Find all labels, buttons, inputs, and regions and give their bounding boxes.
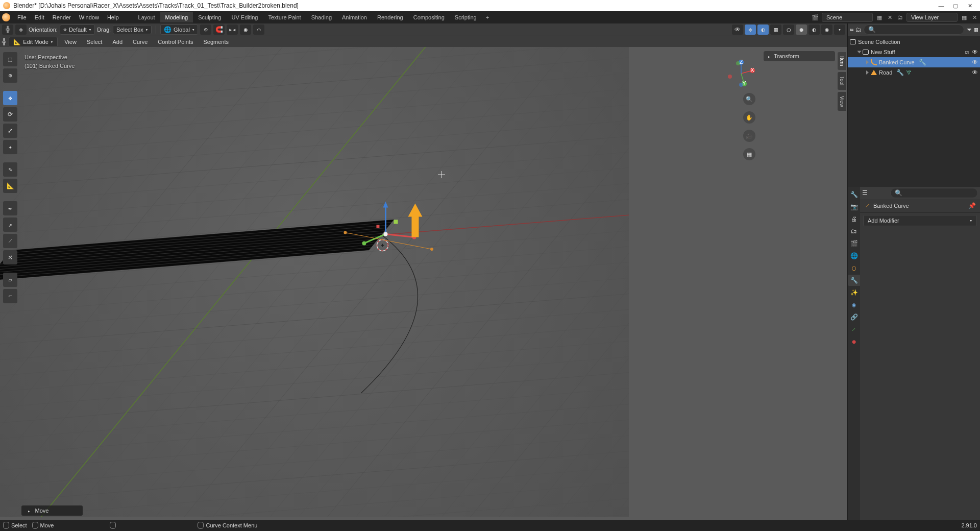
editor-type-dropdown[interactable]: ╬ (2, 25, 13, 35)
orientation-dropdown[interactable]: ⌖Default▾ (60, 25, 95, 35)
gizmo-orientation-icon[interactable]: ✥ (15, 25, 27, 35)
proportional-edit-toggle[interactable]: ◉ (240, 25, 251, 35)
last-operator-panel[interactable]: ▸ Move (21, 505, 83, 516)
move-tool[interactable]: ✥ (3, 91, 17, 105)
hide-toggle[interactable]: 👁 (972, 69, 978, 76)
scene-delete-button[interactable]: ✕ (886, 14, 893, 21)
n-tab-tool[interactable]: Tool (838, 72, 846, 89)
prop-tab-curve-data[interactable]: ⟋ (848, 324, 860, 335)
tab-shading[interactable]: Shading (306, 12, 337, 22)
axis-gizmo[interactable]: X Y Z (727, 59, 755, 88)
prop-tab-constraints[interactable]: 🔗 (848, 311, 860, 323)
tab-rendering[interactable]: Rendering (372, 12, 408, 22)
outliner-type-dropdown[interactable]: ≔ (850, 26, 853, 33)
exclude-checkbox[interactable]: ☑ (965, 49, 969, 56)
pivot-dropdown[interactable]: ⊙ (200, 25, 211, 35)
n-tab-item[interactable]: Item (838, 52, 846, 70)
prop-tab-world[interactable]: 🌐 (848, 250, 860, 261)
chevron-right-icon[interactable] (866, 70, 869, 75)
collection-row[interactable]: New Stuff ☑ 👁 (848, 47, 980, 57)
drag-dropdown[interactable]: Select Box▾ (113, 25, 152, 34)
tab-texture-paint[interactable]: Texture Paint (263, 12, 306, 22)
menu-edit[interactable]: Edit (31, 12, 48, 22)
shading-rendered[interactable]: ◉ (821, 25, 832, 35)
control-points-menu[interactable]: Control Points (154, 37, 197, 46)
prop-tab-viewlayer[interactable]: 🗂 (848, 226, 860, 237)
outliner-tree[interactable]: Scene Collection New Stuff ☑ 👁 (848, 36, 980, 187)
gizmo-toggle[interactable]: ✥ (745, 25, 756, 35)
outliner-new-collection[interactable]: ▦ (974, 26, 978, 33)
prop-tab-object[interactable]: ▢ (848, 262, 860, 274)
window-minimize-button[interactable]: — (934, 1, 948, 10)
ortho-toggle-icon[interactable]: ▦ (743, 148, 755, 160)
tab-uv-editing[interactable]: UV Editing (226, 12, 263, 22)
tab-compositing[interactable]: Compositing (408, 12, 450, 22)
add-modifier-dropdown[interactable]: Add Modifier ▾ (863, 215, 977, 226)
menu-file[interactable]: File (13, 12, 31, 22)
hide-toggle[interactable]: 👁 (972, 59, 978, 66)
properties-search[interactable]: 🔍 (890, 188, 978, 198)
chevron-down-icon[interactable] (857, 51, 862, 54)
object-visibility-dropdown[interactable]: 👁 (732, 25, 743, 35)
prop-tab-tool[interactable]: 🔧 (848, 189, 860, 200)
n-panel[interactable]: ▸ Transform (764, 51, 835, 61)
outliner-filter-button[interactable]: ⏷ (966, 26, 972, 33)
prop-tab-scene[interactable]: 🎬 (848, 238, 860, 249)
transform-orientation-dropdown[interactable]: 🌐Global▾ (160, 25, 198, 35)
annotate-tool[interactable]: ✎ (3, 162, 17, 177)
view-menu[interactable]: View (61, 37, 80, 46)
hide-toggle[interactable]: 👁 (972, 49, 978, 56)
tab-animation[interactable]: Animation (337, 12, 372, 22)
tab-layout[interactable]: Layout (133, 12, 160, 22)
measure-tool[interactable]: 📐 (3, 179, 17, 193)
shading-dropdown[interactable]: ▾ (834, 25, 845, 35)
prop-tab-render[interactable]: 📷 (848, 201, 860, 212)
scene-selector[interactable]: Scene (822, 13, 873, 22)
transform-tool[interactable]: ✦ (3, 140, 17, 154)
xray-toggle[interactable]: ▦ (770, 25, 781, 35)
camera-view-icon[interactable]: 🎥 (743, 130, 755, 142)
prop-tab-particles[interactable]: ✨ (848, 287, 860, 298)
3d-viewport[interactable]: User Perspective (101) Banked Curve ⬚ ⊕ … (0, 47, 847, 520)
tilt-tool[interactable]: ⤭ (3, 250, 17, 264)
window-close-button[interactable]: ✕ (963, 1, 977, 10)
outliner-search[interactable]: 🔍 (864, 25, 964, 35)
scale-tool[interactable]: ⤢ (3, 124, 17, 138)
viewlayer-new-button[interactable]: ▦ (961, 14, 968, 21)
object-row-banked-curve[interactable]: Banked Curve 🔧 👁 (848, 57, 980, 67)
overlays-toggle[interactable]: ◐ (757, 25, 769, 35)
menu-help[interactable]: Help (103, 12, 123, 22)
object-row-road[interactable]: Road 🔧 ⩔ 👁 (848, 67, 980, 78)
n-tab-view[interactable]: View (838, 92, 846, 111)
prop-tab-physics[interactable]: ◉ (848, 299, 860, 310)
radius-tool[interactable]: ⟋ (3, 234, 17, 248)
scene-new-button[interactable]: ▦ (876, 14, 883, 21)
select-menu[interactable]: Select (83, 37, 106, 46)
prop-tab-modifiers[interactable]: 🔧 (848, 275, 860, 286)
add-workspace-button[interactable]: + (482, 12, 493, 22)
select-tool[interactable]: ⬚ (3, 52, 17, 66)
shading-matpreview[interactable]: ◐ (808, 25, 820, 35)
randomize-tool[interactable]: ⌐ (3, 289, 17, 303)
menu-render[interactable]: Render (48, 12, 75, 22)
outliner-display-mode[interactable]: 🗂 (855, 26, 862, 33)
prop-tab-material[interactable]: ● (848, 336, 860, 347)
mode-dropdown[interactable]: 📐 Edit Mode ▾ (9, 37, 58, 47)
editor-type-icon[interactable]: ╬ (2, 38, 6, 45)
pan-icon[interactable]: ✋ (743, 111, 755, 124)
tab-scripting[interactable]: Scripting (450, 12, 482, 22)
snap-type-dropdown[interactable]: ▸◂ (227, 25, 238, 35)
pin-icon[interactable]: 📌 (968, 202, 976, 209)
viewlayer-delete-button[interactable]: ✕ (971, 14, 978, 21)
tab-modeling[interactable]: Modeling (160, 12, 193, 22)
viewlayer-selector[interactable]: View Layer (906, 13, 958, 22)
draw-tool[interactable]: ✒ (3, 201, 17, 215)
cursor-tool[interactable]: ⊕ (3, 68, 17, 83)
window-maximize-button[interactable]: ▢ (948, 1, 963, 10)
scene-collection-row[interactable]: Scene Collection (848, 37, 980, 47)
shading-solid[interactable]: ● (796, 25, 807, 35)
segments-menu[interactable]: Segments (200, 37, 232, 46)
menu-window[interactable]: Window (75, 12, 103, 22)
shading-wireframe[interactable]: ◯ (783, 25, 794, 35)
zoom-icon[interactable]: 🔍 (743, 93, 755, 105)
